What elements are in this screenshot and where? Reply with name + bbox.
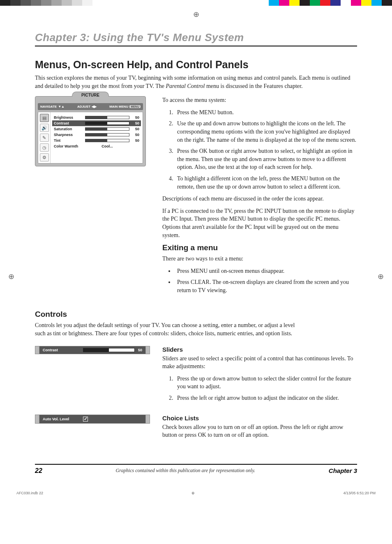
- checkbox-icon: ✓: [83, 417, 88, 422]
- section-heading-menus: Menus, On-screen Help, and Control Panel…: [35, 59, 357, 71]
- descriptions-paragraph: Descriptions of each menu are discussed …: [162, 195, 357, 203]
- chapter-title: Chapter 3: Using the TV's Menu System: [35, 31, 357, 46]
- tv-menu-row: Saturation50: [54, 126, 139, 132]
- step-4: To highlight a different icon on the lef…: [175, 175, 357, 191]
- slider-example-label: Contrast: [43, 348, 80, 352]
- access-intro: To access the menu system:: [162, 96, 357, 104]
- controls-heading: Controls: [35, 310, 357, 319]
- printer-marks: AFC030.indb 22 ⊕ 4/13/05 6:51:20 PM: [0, 475, 392, 499]
- tv-menu-row: Sharpness50: [54, 132, 139, 138]
- tv-menu-icon-list: ▤ 🔊 ✎ ◷ ⚙: [38, 112, 51, 163]
- step-1: Press the MENU button.: [175, 108, 357, 117]
- exit-bullet-2: Press CLEAR. The on-screen displays are …: [175, 278, 357, 294]
- tv-menu-row: Color WarmthCool...: [54, 143, 139, 149]
- sound-icon: 🔊: [40, 124, 49, 132]
- sliders-heading: Sliders: [162, 346, 357, 353]
- slider-example-figure: Contrast 50: [35, 346, 150, 354]
- access-steps: Press the MENU button. Use the up and do…: [162, 108, 357, 191]
- choice-example-figure: Auto Vol. Level ✓: [35, 415, 150, 424]
- tv-menu-row: Tint50: [54, 138, 139, 143]
- slider-step-1: Press the up or down arrow button to sel…: [175, 375, 357, 391]
- choice-lists-heading: Choice Lists: [162, 415, 357, 422]
- tv-menu-row: Contrast50: [52, 120, 141, 126]
- choice-example-label: Auto Vol. Level: [43, 417, 80, 421]
- time-icon: ◷: [40, 143, 49, 152]
- slider-step-2: Press the left or right arrow button to …: [175, 394, 357, 402]
- tv-menu-figure: PICTURE NAVIGATE ▼▲ ADJUST ◀▶ MAIN MENU …: [35, 96, 146, 166]
- page-footer: 22 Graphics contained within this public…: [35, 464, 357, 475]
- setup-icon: ⚙: [40, 153, 49, 161]
- print-timestamp: 4/13/05 6:51:20 PM: [343, 491, 376, 495]
- footer-note: Graphics contained within this publicati…: [115, 468, 255, 474]
- exit-bullets: Press MENU until on-screen menus disappe…: [162, 267, 357, 295]
- intro-paragraph: This section explores the menus of your …: [35, 74, 357, 90]
- controls-intro: Controls let you adjust the default sett…: [35, 321, 298, 337]
- channel-icon: ✎: [40, 134, 49, 142]
- exit-bullet-1: Press MENU until on-screen menus disappe…: [175, 267, 357, 275]
- tv-menu-row: Brightness50: [54, 115, 139, 120]
- sliders-intro: Sliders are used to select a specific po…: [162, 355, 357, 371]
- slider-example-value: 50: [138, 348, 142, 352]
- exit-intro: There are two ways to exit a menu:: [162, 255, 357, 263]
- tv-menu-nav: NAVIGATE ▼▲ ADJUST ◀▶ MAIN MENU MENU: [38, 103, 143, 110]
- page-number: 22: [35, 467, 42, 475]
- tv-menu-tab: PICTURE: [72, 92, 109, 97]
- picture-icon: ▤: [40, 114, 49, 122]
- step-2: Use the up and down arrow buttons to hig…: [175, 120, 357, 144]
- choice-lists-intro: Check boxes allow you to turn on or off …: [162, 423, 357, 439]
- footer-chapter: Chapter 3: [329, 467, 357, 474]
- step-3: Press the OK button or right arrow butto…: [175, 147, 357, 171]
- slider-example-track: [83, 348, 135, 352]
- registration-mark-top: ⊕: [0, 10, 392, 19]
- pc-paragraph: If a PC is connected to the TV, press th…: [162, 207, 357, 239]
- registration-mark-bottom: ⊕: [191, 491, 195, 495]
- exiting-heading: Exiting a menu: [162, 243, 357, 252]
- print-file-info: AFC030.indb 22: [16, 491, 43, 495]
- slider-steps: Press the up or down arrow button to sel…: [162, 375, 357, 402]
- registration-color-bar: [0, 0, 392, 6]
- tv-menu-settings: Brightness50Contrast50Saturation50Sharpn…: [51, 112, 143, 163]
